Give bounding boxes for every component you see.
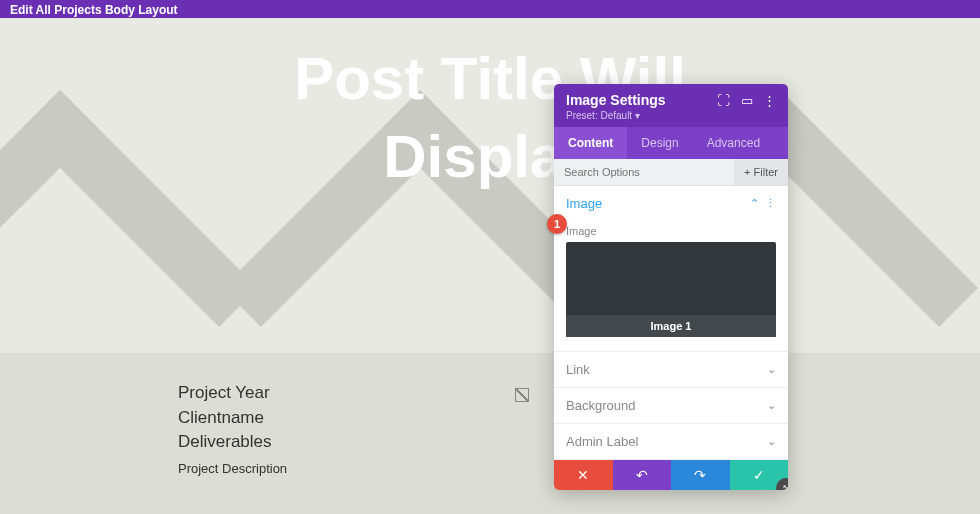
section-link: Link ⌄ [554, 352, 788, 388]
tab-content[interactable]: Content [554, 127, 627, 159]
more-icon[interactable]: ⋮ [763, 94, 776, 107]
image-caption: Image 1 [566, 315, 776, 337]
page-title: Post Title Will Display [0, 40, 980, 196]
top-bar-title: Edit All Projects Body Layout [10, 3, 178, 17]
content-area: Project Year Clientname Deliverables Pro… [0, 353, 980, 476]
chevron-down-icon: ⌄ [767, 435, 776, 448]
redo-icon: ↷ [694, 467, 706, 483]
plus-icon: + [744, 166, 750, 178]
broken-image-icon [515, 388, 529, 402]
settings-panel: Image Settings ⛶ ▭ ⋮ Preset: Default ▾ C… [554, 84, 788, 490]
top-bar: Edit All Projects Body Layout [0, 0, 980, 18]
chevron-up-icon: ⌃ [750, 197, 759, 210]
chevron-down-icon: ⌄ [767, 363, 776, 376]
section-label: Admin Label [566, 434, 638, 449]
close-icon: ✕ [577, 467, 589, 483]
more-icon[interactable]: ⋮ [765, 197, 776, 210]
search-input[interactable] [554, 159, 734, 185]
section-background: Background ⌄ [554, 388, 788, 424]
tab-design[interactable]: Design [627, 127, 692, 159]
section-label: Background [566, 398, 635, 413]
image-preview[interactable]: Image 1 [566, 242, 776, 337]
chevron-down-icon: ⌄ [767, 399, 776, 412]
panel-title: Image Settings [566, 92, 666, 108]
preset-label[interactable]: Preset: Default ▾ [566, 110, 776, 121]
section-header-link[interactable]: Link ⌄ [554, 352, 788, 387]
section-label: Link [566, 362, 590, 377]
panel-footer: ✕ ↶ ↷ ✓ [554, 460, 788, 490]
callout-badge: 1 [547, 214, 567, 234]
image-field-label: Image [566, 225, 776, 237]
filter-button[interactable]: + Filter [734, 159, 788, 185]
preview-icon[interactable]: ▭ [740, 94, 753, 107]
undo-button[interactable]: ↶ [613, 460, 672, 490]
section-label: Image [566, 196, 602, 211]
section-header-image[interactable]: Image ⌃ ⋮ [554, 186, 788, 221]
hero-section: Post Title Will Display [0, 18, 980, 353]
cancel-button[interactable]: ✕ [554, 460, 613, 490]
tabs: Content Design Advanced [554, 127, 788, 159]
section-header-background[interactable]: Background ⌄ [554, 388, 788, 423]
redo-button[interactable]: ↷ [671, 460, 730, 490]
resize-icon: ⤡ [782, 482, 789, 491]
image-field-body: Image Image 1 [554, 221, 788, 351]
section-admin-label: Admin Label ⌄ [554, 424, 788, 460]
tab-advanced[interactable]: Advanced [693, 127, 774, 159]
undo-icon: ↶ [636, 467, 648, 483]
panel-header[interactable]: Image Settings ⛶ ▭ ⋮ Preset: Default ▾ [554, 84, 788, 127]
expand-icon[interactable]: ⛶ [717, 94, 730, 107]
search-row: + Filter [554, 159, 788, 186]
check-icon: ✓ [753, 467, 765, 483]
section-header-admin[interactable]: Admin Label ⌄ [554, 424, 788, 459]
section-image: Image ⌃ ⋮ Image Image 1 [554, 186, 788, 352]
